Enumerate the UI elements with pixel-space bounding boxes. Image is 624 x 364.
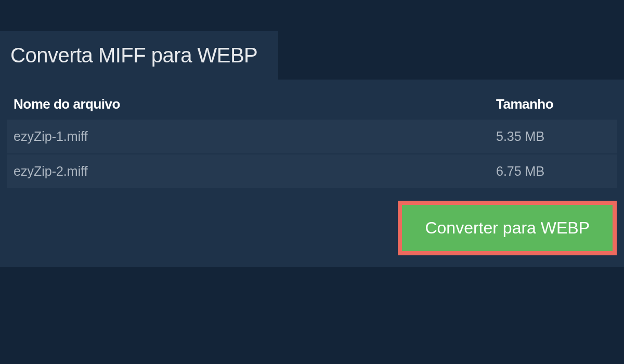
convert-button[interactable]: Converter para WEBP bbox=[402, 205, 613, 251]
convert-button-highlight: Converter para WEBP bbox=[398, 201, 617, 255]
file-table: Nome do arquivo Tamanho ezyZip-1.miff 5.… bbox=[7, 89, 617, 188]
table-row[interactable]: ezyZip-2.miff 6.75 MB bbox=[7, 154, 617, 188]
cell-filename: ezyZip-1.miff bbox=[14, 129, 496, 144]
header-size: Tamanho bbox=[496, 96, 610, 112]
table-header: Nome do arquivo Tamanho bbox=[7, 89, 617, 120]
button-row: Converter para WEBP bbox=[7, 201, 617, 255]
cell-size: 6.75 MB bbox=[496, 164, 610, 179]
table-row[interactable]: ezyZip-1.miff 5.35 MB bbox=[7, 120, 617, 153]
tab-header[interactable]: Converta MIFF para WEBP bbox=[0, 31, 278, 80]
content-panel: Nome do arquivo Tamanho ezyZip-1.miff 5.… bbox=[0, 80, 624, 267]
cell-filename: ezyZip-2.miff bbox=[14, 164, 496, 179]
main-container: Converta MIFF para WEBP Nome do arquivo … bbox=[0, 0, 624, 267]
tab-title: Converta MIFF para WEBP bbox=[10, 44, 257, 67]
cell-size: 5.35 MB bbox=[496, 129, 610, 144]
header-filename: Nome do arquivo bbox=[14, 96, 496, 112]
